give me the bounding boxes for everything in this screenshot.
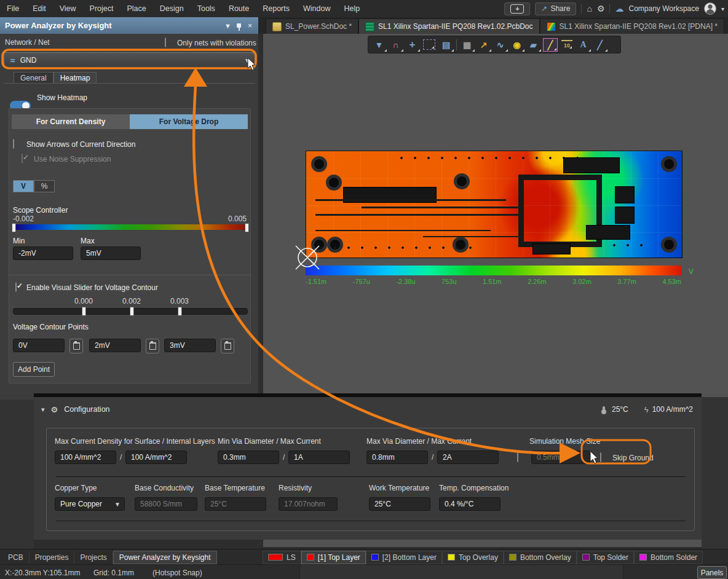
max-voltage-field[interactable]: 5mV bbox=[81, 246, 141, 260]
panel-dropdown-icon[interactable]: ▼ bbox=[223, 22, 232, 30]
tab-pcbdoc[interactable]: SL1 Xilinx Spartan-IIE PQ208 Rev1.02.Pcb… bbox=[358, 18, 539, 34]
delete-point-button-2[interactable] bbox=[221, 339, 234, 353]
close-icon[interactable]: × bbox=[245, 21, 255, 30]
mounting-hole bbox=[326, 175, 342, 191]
tab-heatmap[interactable]: Heatmap bbox=[53, 72, 97, 84]
interactive-route-icon[interactable]: ↗ bbox=[475, 37, 492, 52]
scope-handle-min[interactable] bbox=[12, 223, 16, 232]
layer-tab-bottom-solder[interactable]: Bottom Solder bbox=[634, 551, 703, 564]
noise-suppression-label: Use Noise Suppression bbox=[34, 155, 111, 163]
menu-window[interactable]: Window bbox=[296, 0, 337, 17]
contour-handle-1[interactable] bbox=[130, 307, 134, 316]
for-current-density-button[interactable]: For Current Density bbox=[12, 114, 130, 129]
tab-power-analyzer[interactable]: Power Analyzer by Keysight bbox=[113, 551, 217, 564]
component-icon[interactable]: ▦ bbox=[459, 37, 475, 52]
menu-place[interactable]: Place bbox=[120, 0, 152, 17]
layer-set-tab[interactable]: LS bbox=[263, 551, 301, 564]
via-icon[interactable]: ◉ bbox=[508, 37, 525, 52]
delete-point-button-0[interactable] bbox=[69, 339, 83, 353]
only-violations-checkbox[interactable] bbox=[165, 37, 166, 47]
contour-point-field-2[interactable]: 3mV bbox=[164, 339, 216, 352]
snap-mode: (Hotspot Snap) bbox=[152, 569, 202, 577]
layer-tab-bottom-overlay[interactable]: Bottom Overlay bbox=[504, 551, 577, 564]
line-tool-icon[interactable]: ╱ bbox=[592, 37, 608, 52]
menu-project[interactable]: Project bbox=[83, 0, 121, 17]
max-density-internal-field[interactable]: 100 A/mm^2 bbox=[125, 451, 187, 464]
delete-point-button-1[interactable] bbox=[146, 339, 159, 353]
tab-schdoc[interactable]: SL_Power.SchDoc * bbox=[266, 18, 358, 34]
avatar[interactable] bbox=[704, 2, 716, 15]
field-value: 0V bbox=[18, 341, 28, 350]
differential-pair-icon[interactable]: ∿ bbox=[492, 37, 508, 52]
chevron-down-icon[interactable]: ▼ bbox=[114, 501, 121, 508]
layer-stack-icon[interactable]: ▤ bbox=[438, 37, 454, 52]
chevron-down-icon[interactable]: ▼ bbox=[244, 57, 250, 64]
menu-tools[interactable]: Tools bbox=[191, 0, 222, 17]
unit-volts-button[interactable]: V bbox=[13, 180, 34, 192]
net-select[interactable]: ≈ GND ▼ bbox=[4, 52, 256, 68]
layer-tab-top-solder[interactable]: Top Solder bbox=[577, 551, 634, 564]
temp-compensation-field[interactable]: 0.4 %/°C bbox=[439, 497, 501, 511]
max-density-surface-field[interactable]: 100 A/mm^2 bbox=[55, 451, 116, 464]
separator: / bbox=[283, 453, 285, 462]
contour-handle-0[interactable] bbox=[82, 307, 86, 316]
skip-ground-checkbox[interactable] bbox=[600, 452, 601, 462]
min-voltage-field[interactable]: -2mV bbox=[13, 246, 73, 260]
chevron-collapse-icon[interactable]: ▾ bbox=[41, 406, 45, 414]
contour-handle-2[interactable] bbox=[178, 307, 182, 316]
select-area-icon[interactable] bbox=[423, 39, 435, 50]
tab-projects[interactable]: Projects bbox=[74, 551, 113, 564]
magnet-snap-icon[interactable]: ∩ bbox=[387, 37, 404, 52]
copper-type-select[interactable]: Pure Copper ▼ bbox=[55, 497, 125, 511]
polygon-pour-icon[interactable]: ▰ bbox=[525, 37, 542, 52]
tab-pdna[interactable]: SL1 Xilinx Spartan-IIE PQ208 Rev1.02 [PD… bbox=[540, 18, 724, 34]
workspace-label[interactable]: Company Workspace bbox=[628, 4, 699, 13]
dimension-icon[interactable]: 10 bbox=[561, 40, 572, 49]
text-tool-icon[interactable]: A bbox=[575, 37, 592, 52]
menu-edit[interactable]: Edit bbox=[26, 0, 53, 17]
show-arrows-checkbox[interactable] bbox=[13, 139, 14, 149]
pcb-heatmap[interactable] bbox=[306, 151, 682, 258]
unit-percent-button[interactable]: % bbox=[34, 180, 55, 192]
scope-gradient-slider[interactable] bbox=[13, 224, 247, 230]
enable-contour-slider-checkbox[interactable] bbox=[15, 282, 17, 292]
max-via-diameter-field[interactable]: 0.8mm bbox=[366, 451, 428, 464]
menu-view[interactable]: View bbox=[53, 0, 83, 17]
tab-pcb-panel[interactable]: PCB bbox=[2, 551, 30, 564]
scope-handle-max[interactable] bbox=[245, 223, 249, 232]
min-via-diameter-field[interactable]: 0.3mm bbox=[218, 451, 279, 464]
work-temperature-field[interactable]: 25°C bbox=[369, 497, 430, 511]
share-button[interactable]: ↗Share bbox=[535, 2, 576, 15]
menu-file[interactable]: File bbox=[0, 0, 26, 17]
layer-tab-bottom[interactable]: [2] Bottom Layer bbox=[366, 551, 442, 564]
add-point-button[interactable]: Add Point bbox=[13, 362, 55, 377]
button-label: Add Point bbox=[18, 365, 50, 374]
comment-button[interactable]: + bbox=[504, 2, 530, 15]
for-voltage-drop-button[interactable]: For Voltage Drop bbox=[130, 114, 248, 129]
mesh-size-checkbox[interactable] bbox=[517, 452, 518, 462]
trash-icon bbox=[224, 342, 231, 350]
panels-button[interactable]: Panels bbox=[697, 566, 727, 579]
min-via-max-current-field[interactable]: 1A bbox=[288, 451, 350, 464]
field-value: 3mV bbox=[170, 341, 185, 350]
tab-properties[interactable]: Properties bbox=[30, 551, 75, 564]
gear-icon[interactable]: ⚙ bbox=[597, 4, 605, 14]
menu-design[interactable]: Design bbox=[153, 0, 191, 17]
contour-point-field-0[interactable]: 0V bbox=[13, 339, 65, 352]
layer-tab-top-overlay[interactable]: Top Overlay bbox=[442, 551, 504, 564]
tab-general[interactable]: General bbox=[14, 72, 53, 84]
menu-help[interactable]: Help bbox=[337, 0, 366, 17]
chevron-down-icon[interactable]: ▾ bbox=[721, 6, 724, 12]
lightning-icon: ϟ bbox=[644, 405, 649, 414]
menu-reports[interactable]: Reports bbox=[256, 0, 296, 17]
contour-point-field-1[interactable]: 2mV bbox=[89, 339, 141, 352]
mounting-hole bbox=[311, 156, 327, 172]
slice-tool-icon[interactable]: ╱ bbox=[543, 38, 558, 52]
home-icon[interactable]: ⌂ bbox=[587, 4, 592, 14]
max-via-max-current-field[interactable]: 2A bbox=[437, 451, 499, 464]
move-cross-icon[interactable]: + bbox=[404, 37, 421, 52]
menu-route[interactable]: Route bbox=[222, 0, 256, 17]
pin-icon[interactable] bbox=[237, 23, 241, 28]
filter-icon[interactable]: ▼ bbox=[371, 37, 387, 52]
layer-tab-top[interactable]: [1] Top Layer bbox=[301, 551, 366, 564]
